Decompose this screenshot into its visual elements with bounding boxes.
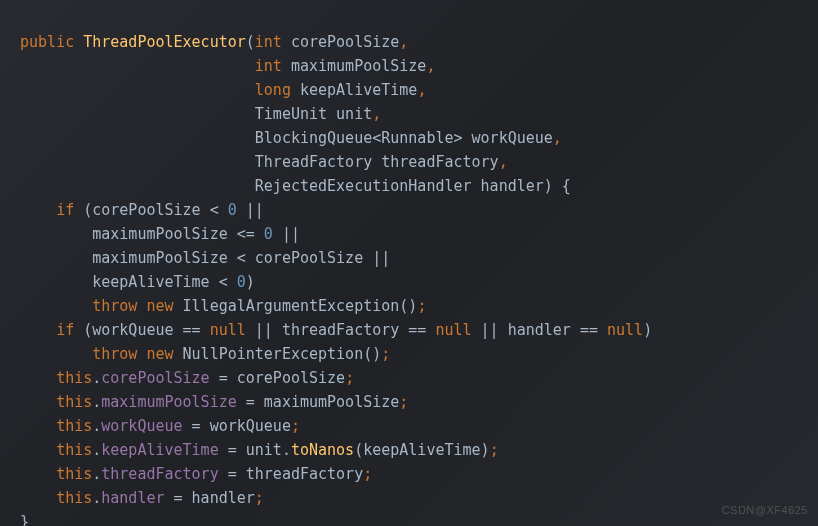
line-5: BlockingQueue<Runnable> workQueue,: [20, 129, 562, 147]
line-8: if (corePoolSize < 0 ||: [20, 201, 264, 219]
line-20: this.handler = handler;: [20, 489, 264, 507]
line-19: this.threadFactory = threadFactory;: [20, 465, 372, 483]
line-10: maximumPoolSize < corePoolSize ||: [20, 249, 390, 267]
line-1: public ThreadPoolExecutor(int corePoolSi…: [20, 33, 408, 51]
line-16: this.maximumPoolSize = maximumPoolSize;: [20, 393, 408, 411]
watermark-text: CSDN@XF4625: [722, 498, 808, 522]
line-4: TimeUnit unit,: [20, 105, 381, 123]
line-13: if (workQueue == null || threadFactory =…: [20, 321, 652, 339]
line-2: int maximumPoolSize,: [20, 57, 435, 75]
line-3: long keepAliveTime,: [20, 81, 426, 99]
line-7: RejectedExecutionHandler handler) {: [20, 177, 571, 195]
line-18: this.keepAliveTime = unit.toNanos(keepAl…: [20, 441, 499, 459]
line-6: ThreadFactory threadFactory,: [20, 153, 508, 171]
line-12: throw new IllegalArgumentException();: [20, 297, 426, 315]
line-15: this.corePoolSize = corePoolSize;: [20, 369, 354, 387]
line-17: this.workQueue = workQueue;: [20, 417, 300, 435]
line-9: maximumPoolSize <= 0 ||: [20, 225, 300, 243]
line-21: }: [20, 513, 29, 526]
line-11: keepAliveTime < 0): [20, 273, 255, 291]
line-14: throw new NullPointerException();: [20, 345, 390, 363]
code-block: public ThreadPoolExecutor(int corePoolSi…: [0, 0, 818, 526]
